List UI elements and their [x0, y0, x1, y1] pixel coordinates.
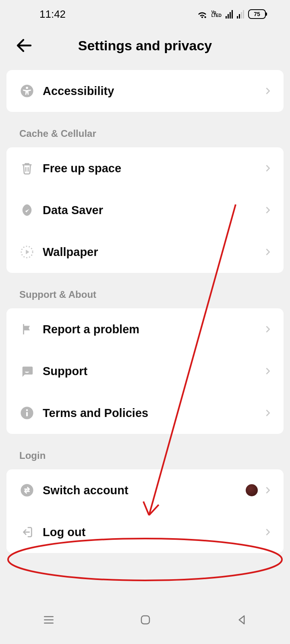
wifi-icon — [197, 10, 207, 19]
row-wallpaper[interactable]: Wallpaper — [6, 231, 284, 273]
row-support[interactable]: Support — [6, 350, 284, 392]
row-label: Wallpaper — [43, 246, 263, 259]
chat-icon — [20, 364, 34, 378]
avatar — [246, 484, 258, 496]
row-label: Log out — [43, 526, 263, 539]
chevron-right-icon — [263, 528, 272, 537]
chevron-right-icon — [263, 87, 272, 95]
row-accessibility[interactable]: Accessibility — [6, 70, 284, 112]
row-label: Data Saver — [43, 204, 263, 217]
card-login: Switch account Log out — [6, 469, 284, 553]
row-label: Switch account — [43, 484, 246, 497]
svg-rect-8 — [141, 616, 149, 624]
row-terms[interactable]: Terms and Policies — [6, 392, 284, 434]
info-icon — [20, 406, 34, 420]
logout-icon — [20, 525, 34, 539]
chevron-right-icon — [263, 367, 272, 376]
flag-icon — [20, 322, 34, 336]
home-button[interactable] — [139, 614, 151, 626]
swap-icon — [20, 483, 34, 497]
svg-point-0 — [204, 16, 206, 18]
status-time: 11:42 — [39, 8, 66, 21]
row-label: Report a problem — [43, 323, 263, 336]
svg-point-2 — [26, 87, 28, 89]
row-logout[interactable]: Log out — [6, 511, 284, 553]
accessibility-icon — [20, 84, 34, 98]
battery-icon: 75 — [248, 9, 266, 19]
row-label: Accessibility — [43, 85, 263, 98]
section-header-login: Login — [19, 450, 290, 461]
status-bar: 11:42 VoLTED 75 — [0, 0, 290, 28]
recents-button[interactable] — [42, 613, 55, 626]
section-header-support: Support & About — [19, 289, 290, 300]
svg-rect-6 — [26, 412, 28, 416]
chevron-right-icon — [263, 486, 272, 495]
card-support: Report a problem Support Terms and Polic… — [6, 308, 284, 434]
row-report-problem[interactable]: Report a problem — [6, 308, 284, 350]
trash-icon — [20, 161, 34, 175]
row-switch-account[interactable]: Switch account — [6, 469, 284, 511]
signal-icon-1 — [226, 10, 233, 19]
card-cache: Free up space Data Saver Wallpaper — [6, 147, 284, 273]
row-label: Support — [43, 365, 263, 378]
chevron-right-icon — [263, 325, 272, 334]
row-data-saver[interactable]: Data Saver — [6, 189, 284, 231]
row-label: Free up space — [43, 162, 263, 175]
app-header: Settings and privacy — [0, 28, 290, 63]
chevron-right-icon — [263, 409, 272, 417]
card-accessibility: Accessibility — [6, 70, 284, 112]
svg-point-7 — [21, 484, 33, 496]
chevron-right-icon — [263, 206, 272, 215]
back-nav-button[interactable] — [236, 614, 248, 626]
svg-point-5 — [26, 409, 28, 411]
row-free-up-space[interactable]: Free up space — [6, 147, 284, 189]
row-label: Terms and Policies — [43, 407, 263, 420]
chevron-right-icon — [263, 248, 272, 256]
volte-icon: VoLTED — [211, 11, 222, 17]
wallpaper-icon — [20, 245, 34, 259]
chevron-right-icon — [263, 164, 272, 173]
system-nav-bar — [0, 608, 290, 632]
data-saver-icon — [20, 203, 34, 217]
section-header-cache: Cache & Cellular — [19, 128, 290, 139]
signal-icon-2 — [237, 10, 244, 19]
status-right: VoLTED 75 — [197, 9, 266, 19]
page-title: Settings and privacy — [14, 38, 276, 54]
